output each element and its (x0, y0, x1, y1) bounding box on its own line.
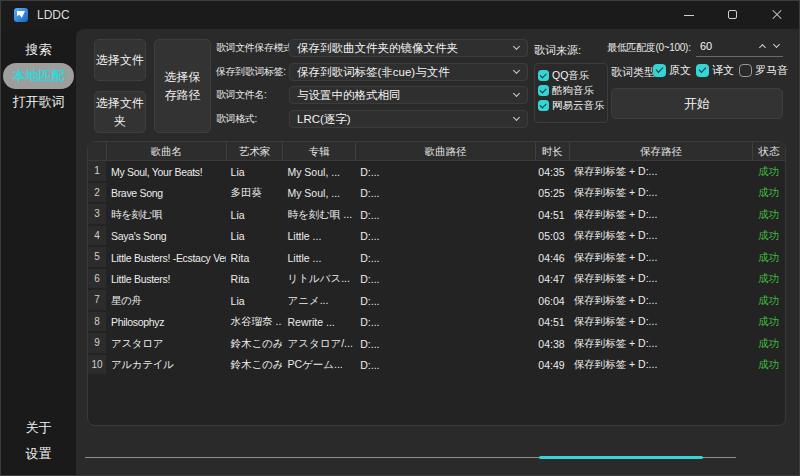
table-header-save-path[interactable]: 保存路径 (569, 142, 752, 160)
chevron-down-icon (513, 113, 520, 120)
sidebar-nav-item[interactable]: 打开歌词 (3, 89, 74, 115)
row-number: 1 (88, 161, 106, 183)
checkbox-icon[interactable] (538, 70, 549, 81)
sidebar-nav-item[interactable]: 搜索 (3, 37, 74, 63)
lyrics-type-options: 原文 译文 罗马音 (653, 63, 782, 78)
spin-down-icon[interactable] (773, 41, 780, 48)
field-label: 歌词文件保存模式: (216, 39, 288, 57)
maximize-button[interactable] (711, 1, 755, 29)
table-row[interactable]: 3 時を刻む唄 Lia 時を刻む唄 ... D:... 04:51 保存到标签 … (88, 204, 785, 226)
start-button[interactable]: 开始 (611, 88, 783, 119)
table-header-artist[interactable]: 艺术家 (226, 142, 283, 160)
checkbox-icon[interactable] (739, 64, 752, 77)
combo-box[interactable]: 保存到歌曲文件夹的镜像文件夹 (289, 39, 528, 57)
min-match-spinbox[interactable]: 60 (696, 38, 783, 57)
table-header-album[interactable]: 专辑 (282, 142, 355, 160)
row-number: 10 (88, 355, 106, 377)
checkbox-icon[interactable] (538, 100, 549, 111)
cell-artist: 鈴木このみ (226, 333, 283, 355)
cell-duration: 06:04 (535, 290, 569, 312)
sidebar-nav-item[interactable]: 本地匹配 (3, 63, 74, 89)
cell-album: PCゲーム... (282, 355, 355, 377)
table-header-status[interactable]: 状态 (752, 142, 785, 160)
lyrics-type-item-label: 译文 (712, 63, 734, 78)
lyrics-source-item-label: 网易云音乐 (552, 99, 605, 113)
combo-value: 保存到歌曲文件夹的镜像文件夹 (297, 40, 458, 56)
close-button[interactable] (755, 1, 799, 29)
cell-artist: 多田葵 (226, 183, 283, 205)
sidebar-nav-label: 设置 (26, 446, 52, 461)
cell-artist: Lia (226, 161, 283, 183)
form-row: 歌词文件名: 与设置中的格式相同 (216, 86, 529, 104)
lyrics-source-label: 歌词来源: (534, 43, 581, 58)
select-file-button[interactable]: 选择文件 (94, 39, 146, 81)
lyrics-source-item-label: 酷狗音乐 (552, 84, 594, 98)
table-header-song[interactable]: 歌曲名 (106, 142, 226, 160)
lyrics-source-item[interactable]: QQ音乐 (538, 68, 607, 83)
sidebar-nav-item[interactable]: 关于 (3, 415, 74, 441)
lyrics-type-item[interactable]: 原文 (653, 63, 696, 78)
cell-save-path: 保存到标签 + D:... (569, 226, 752, 248)
cell-album: アスタロア/... (282, 333, 355, 355)
cell-album: 時を刻む唄 ... (282, 204, 355, 226)
table-header: 歌曲名 艺术家 专辑 歌曲路径 时长 保存路径 状态 (88, 142, 785, 161)
checkbox-icon[interactable] (653, 64, 666, 77)
sidebar-nav-label: 关于 (26, 420, 52, 435)
cell-save-path: 保存到标签 + D:... (569, 355, 752, 377)
row-number: 4 (88, 226, 106, 248)
table-header-duration[interactable]: 时长 (535, 142, 569, 160)
chevron-down-icon (513, 43, 520, 50)
lyrics-source-item[interactable]: 酷狗音乐 (538, 83, 607, 98)
form-row: 保存到歌词标签: 保存到歌词标签(非cue)与文件 (216, 63, 529, 81)
cell-song: アルカテイル (106, 355, 226, 377)
table-row[interactable]: 4 Saya's Song Lia Little ... D:... 05:03… (88, 226, 785, 248)
cell-duration: 05:25 (535, 183, 569, 205)
row-number: 8 (88, 312, 106, 334)
table-row[interactable]: 8 Philosophyz 水谷瑠奈 ... Rewrite ... D:...… (88, 312, 785, 334)
combo-box[interactable]: 与设置中的格式相同 (289, 86, 528, 104)
cell-song: アスタロア (106, 333, 226, 355)
cell-album: Rewrite ... (282, 312, 355, 334)
table-row[interactable]: 5 Little Busters! -Ecstacy Ver.- Rita Li… (88, 247, 785, 269)
lyrics-type-item[interactable]: 译文 (696, 63, 739, 78)
cell-save-path: 保存到标签 + D:... (569, 312, 752, 334)
maximize-icon (728, 10, 737, 19)
checkbox-icon[interactable] (538, 85, 549, 96)
cell-duration: 04:47 (535, 269, 569, 291)
cell-save-path: 保存到标签 + D:... (569, 247, 752, 269)
select-folder-button[interactable]: 选择文件夹 (94, 91, 146, 133)
table-row[interactable]: 2 Brave Song 多田葵 My Soul, ... D:... 05:2… (88, 183, 785, 205)
combo-box[interactable]: LRC(逐字) (289, 110, 528, 128)
minimize-button[interactable] (667, 1, 711, 29)
status-badge: 成功 (752, 355, 785, 377)
table-row[interactable]: 10 アルカテイル 鈴木このみ PCゲーム... D:... 04:49 保存到… (88, 355, 785, 377)
row-number: 9 (88, 333, 106, 355)
select-save-path-button[interactable]: 选择保存路径 (154, 39, 211, 133)
app-window: LDDC 搜索 本地匹配 打开歌词 关于 设置 (0, 0, 800, 476)
table-row[interactable]: 1 My Soul, Your Beats! Lia My Soul, ... … (88, 161, 785, 183)
spin-up-icon[interactable] (759, 44, 766, 51)
cell-save-path: 保存到标签 + D:... (569, 161, 752, 183)
combo-box[interactable]: 保存到歌词标签(非cue)与文件 (289, 63, 528, 81)
checkbox-icon[interactable] (696, 64, 709, 77)
table-row[interactable]: 6 Little Busters! Rita リトルバス... D:... 04… (88, 269, 785, 291)
chevron-down-icon (513, 66, 520, 73)
table-row[interactable]: 9 アスタロア 鈴木このみ アスタロア/... D:... 04:38 保存到标… (88, 333, 785, 355)
lyrics-source-item[interactable]: 网易云音乐 (538, 98, 607, 113)
sidebar-nav-label: 搜索 (26, 42, 52, 57)
status-badge: 成功 (752, 290, 785, 312)
field-label: 保存到歌词标签: (216, 63, 288, 81)
lyrics-type-item[interactable]: 罗马音 (739, 63, 782, 78)
status-badge: 成功 (752, 183, 785, 205)
combo-value: LRC(逐字) (297, 111, 351, 127)
lyrics-source-list: QQ音乐 酷狗音乐 网易云音乐 (534, 63, 608, 123)
cell-artist: Lia (226, 204, 283, 226)
min-match-value: 60 (700, 38, 712, 55)
cell-artist: Lia (226, 226, 283, 248)
cell-song-path: D:... (355, 355, 534, 377)
sidebar-nav-item[interactable]: 设置 (3, 441, 74, 467)
cell-album: My Soul, ... (282, 183, 355, 205)
table-row[interactable]: 7 星の舟 Lia アニメ... D:... 06:04 保存到标签 + D:.… (88, 290, 785, 312)
combo-value: 与设置中的格式相同 (297, 87, 401, 103)
table-header-song-path[interactable]: 歌曲路径 (355, 142, 534, 160)
